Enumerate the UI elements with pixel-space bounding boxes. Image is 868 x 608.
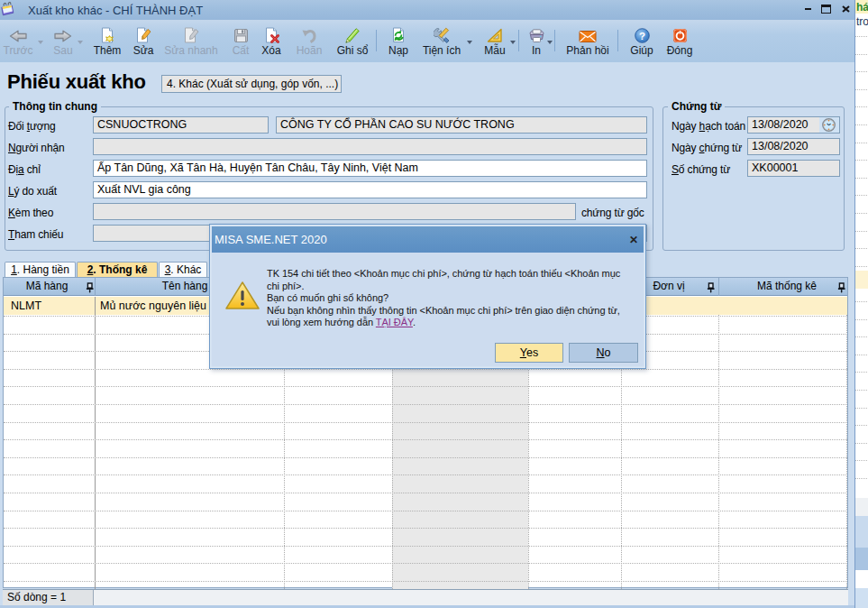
svg-text:?: ? — [638, 31, 644, 41]
